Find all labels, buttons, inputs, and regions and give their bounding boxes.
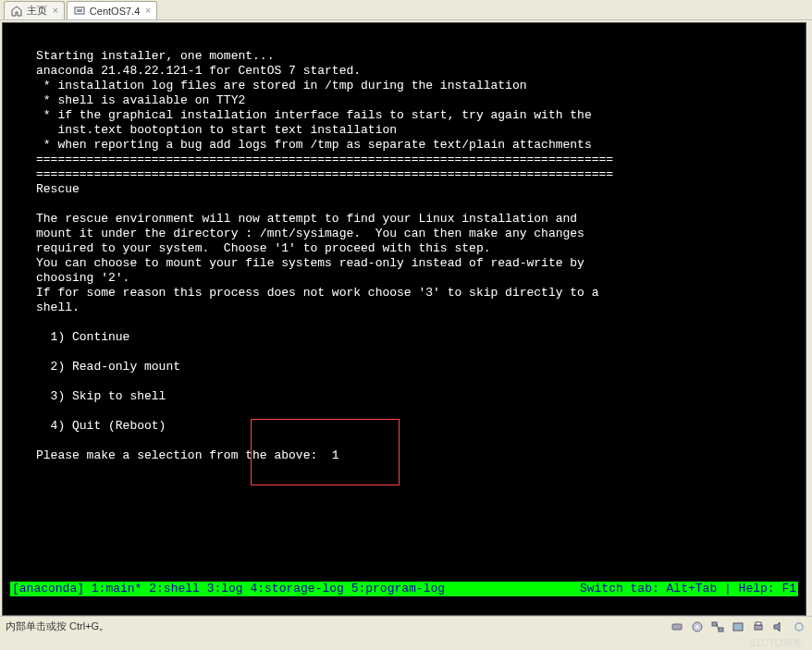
svg-rect-9 — [756, 622, 761, 625]
sound-icon[interactable] — [771, 619, 786, 634]
footer-icons — [670, 619, 806, 634]
network-icon[interactable] — [710, 619, 725, 634]
cd-icon[interactable] — [690, 619, 705, 634]
vm-icon — [73, 5, 86, 18]
close-icon[interactable]: × — [53, 6, 58, 16]
svg-rect-7 — [733, 623, 743, 631]
svg-rect-5 — [712, 622, 717, 626]
tab-home[interactable]: 主页 × — [4, 1, 65, 19]
svg-rect-8 — [755, 625, 762, 630]
svg-rect-1 — [77, 9, 82, 12]
tab-label: CentOS7.4 — [90, 6, 140, 17]
terminal-output: Starting installer, one moment... anacon… — [3, 49, 806, 463]
watermark: 51CTO博客 — [750, 636, 803, 650]
svg-point-4 — [696, 625, 699, 628]
status-right: Switch tab: Alt+Tab | Help: F1 — [580, 582, 796, 596]
footer-hint: 内部单击或按 Ctrl+G。 — [6, 619, 109, 633]
terminal-window[interactable]: Starting installer, one moment... anacon… — [2, 22, 806, 616]
svg-rect-2 — [672, 624, 682, 630]
usb-icon[interactable] — [792, 619, 806, 634]
svg-rect-6 — [719, 628, 723, 632]
tab-label: 主页 — [27, 4, 47, 18]
anaconda-status-bar: [anaconda] 1:main* 2:shell 3:log 4:stora… — [10, 582, 798, 596]
svg-point-10 — [795, 623, 803, 631]
footer-bar: 内部单击或按 Ctrl+G。 — [0, 616, 812, 636]
status-left: [anaconda] 1:main* 2:shell 3:log 4:stora… — [12, 582, 445, 596]
tab-centos[interactable]: CentOS7.4 × — [67, 1, 157, 19]
tab-bar: 主页 × CentOS7.4 × — [0, 0, 812, 20]
printer-icon[interactable] — [751, 619, 766, 634]
home-icon — [10, 5, 23, 18]
adapter-icon[interactable] — [731, 619, 745, 634]
close-icon[interactable]: × — [145, 6, 151, 16]
disk-icon[interactable] — [670, 619, 684, 634]
